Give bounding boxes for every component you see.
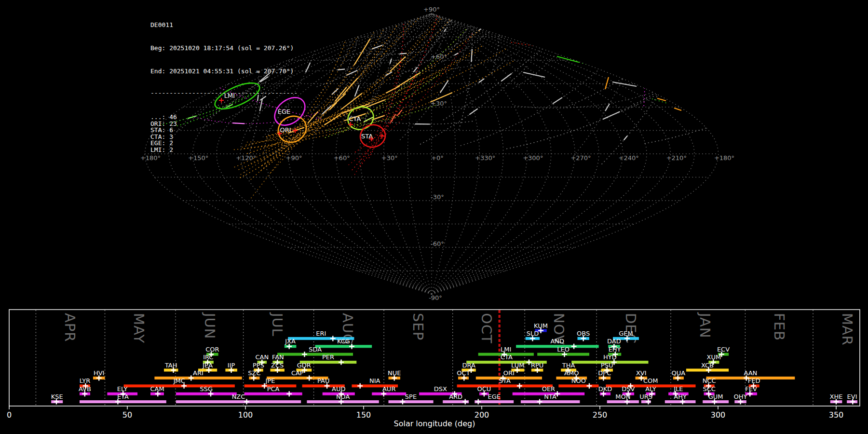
x-tick-label-50: 50 [122, 410, 132, 420]
shower-label-JLE: JLE [673, 385, 683, 393]
lon-tick-label: +330° [475, 154, 495, 162]
sporadic-trail-meteor [338, 69, 345, 69]
x-tick-label-0: 0 [7, 410, 12, 420]
stray-meteor-trail [557, 56, 579, 62]
shower-label-QUA: QUA [672, 369, 686, 377]
shower-label-CTA: CTA [501, 353, 513, 361]
shower-label-SLD: SLD [527, 330, 539, 337]
sporadic-trail-meteor [665, 84, 674, 90]
shower-label-HVI: HVI [94, 369, 105, 377]
trail-STA [349, 32, 473, 165]
shower-label-NTA: NTA [544, 393, 556, 400]
shower-label-EVI: EVI [847, 393, 857, 400]
shower-bar-STA [457, 384, 553, 387]
shower-label-NUE: NUE [388, 369, 401, 377]
plots-svg: LMIEGEORICTASTA+90°-90°+60°+30°-30°-60°+… [0, 0, 868, 434]
peak-marker-ARD [462, 399, 468, 405]
sporadic-trail-meteor [440, 81, 448, 93]
sporadic-trail-meteor [360, 17, 363, 29]
shower-label-OBS: OBS [577, 330, 590, 337]
trail-ORI-meteor [332, 94, 346, 106]
shower-label-NZC: NZC [232, 393, 245, 400]
shower-label-AND: AND [550, 338, 564, 345]
peak-marker-SDA [302, 352, 307, 357]
shower-label-OCU: OCU [477, 385, 491, 393]
shower-label-ZCS: ZCS [271, 362, 284, 369]
shower-label-ECV: ECV [717, 346, 730, 353]
shower-label-JEA: JEA [202, 362, 213, 369]
shower-label-CAM: CAM [150, 385, 164, 393]
shower-label-URS: URS [639, 393, 652, 400]
shower-label-ETA: ETA [117, 393, 129, 400]
sporadic-trail [515, 83, 677, 108]
lon-tick-label: +210° [666, 154, 687, 162]
shower-label-ARI: ARI [193, 369, 203, 377]
shower-label-OER: OER [542, 385, 555, 393]
shower-bar-ARI [154, 377, 242, 380]
shower-label-SCC: SCC [703, 385, 715, 393]
lat-tick-label: +60° [431, 53, 447, 60]
shower-label-COR: COR [205, 346, 219, 353]
lat-tick-label: -60° [431, 240, 444, 247]
shower-label-CAP: CAP [291, 369, 304, 377]
shower-bar-KCG [315, 345, 372, 348]
shower-bar-NZC [176, 400, 301, 403]
shower-label-NOO: NOO [571, 377, 586, 384]
peak-marker-NIA [357, 383, 363, 389]
shower-label-KUM: KUM [534, 322, 548, 329]
stray-meteor-trail [612, 82, 637, 86]
shower-label-IRC: IRC [203, 353, 213, 361]
sporadic-trail-meteor [471, 49, 472, 62]
peak-marker-EGE [475, 399, 481, 405]
month-label-MAR: MAR [839, 313, 855, 346]
shower-label-GDR: GDR [297, 362, 311, 369]
meteor-observation-screen: LMIEGEORICTASTA+90°-90°+60°+30°-30°-60°+… [0, 0, 868, 434]
shower-label-SSG: SSG [200, 385, 213, 393]
lon-tick-label: +60° [334, 154, 350, 162]
shower-label-AUR: AUR [382, 385, 395, 393]
shower-label-DSX: DSX [434, 385, 447, 393]
sporadic-trail [609, 35, 732, 117]
shower-label-GEM: GEM [619, 330, 633, 337]
shower-label-LEO: LEO [557, 346, 570, 353]
trail-CTA [343, 28, 468, 132]
timeline-chart: APRMAYJUNJULAUGSEPOCTNOVDECJANFEBMARKUME… [7, 310, 860, 428]
x-tick-label-200: 200 [475, 410, 489, 420]
shower-count-row: ORI: 23 [150, 121, 298, 127]
shower-label-OHY: OHY [734, 393, 747, 400]
shower-bar-ETA [80, 400, 166, 403]
shower-label-AMO: AMO [564, 369, 579, 377]
shower-label-THA: THA [562, 362, 575, 369]
shower-label-KCG: KCG [337, 338, 350, 345]
shower-label-MON: MON [615, 393, 630, 400]
shower-label-JPE: JPE [265, 377, 275, 384]
lon-tick-label: +240° [619, 154, 639, 162]
shower-label-DSV: DSV [622, 385, 635, 393]
shower-label-DKD: DKD [598, 385, 612, 393]
shower-count-list: ...: 46ORI: 23STA: 6CTA: 3EGE: 2LMI: 2 [150, 114, 298, 153]
sporadic-trail [341, 0, 369, 65]
shower-count-row: ...: 46 [150, 114, 298, 121]
shower-bar-SPE [389, 400, 434, 403]
meridian-line [432, 14, 551, 294]
shower-label-TAH: TAH [164, 362, 177, 369]
shower-label-STA: STA [499, 377, 511, 384]
trail-ORI-meteor [357, 11, 371, 37]
observation-header: DE0011 Beg: 20251020 18:17:54 (sol = 207… [150, 6, 298, 168]
shower-label-LMI: LMI [501, 346, 511, 353]
stray-meteor-trail [674, 108, 681, 110]
sporadic-trail-meteor [453, 9, 463, 18]
shower-label-NDA: NDA [336, 393, 350, 400]
shower-label-FEV: FEV [745, 385, 757, 393]
x-tick-label-150: 150 [356, 410, 371, 420]
month-label-SEP: SEP [410, 313, 426, 340]
shower-label-XHE: XHE [830, 393, 843, 400]
shower-label-LUM: LUM [511, 362, 524, 369]
meridian-line [407, 14, 432, 294]
peak-marker-PER [339, 360, 344, 365]
peak-marker-NTA [537, 399, 542, 405]
sporadic-trail [416, 30, 491, 73]
sporadic-trail-meteor [605, 104, 610, 111]
lon-tick-label: +180° [714, 154, 734, 162]
stray-meteor-trail [511, 42, 555, 49]
